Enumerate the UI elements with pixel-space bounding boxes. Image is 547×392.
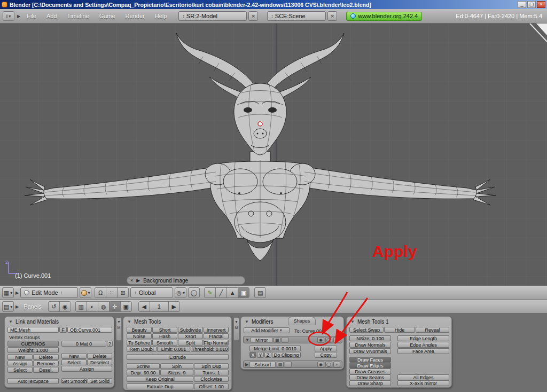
draw-faces-button[interactable]: Draw Faces — [349, 357, 391, 363]
maximize-button[interactable]: ▢ — [527, 1, 536, 8]
hide-button[interactable]: Hide — [384, 327, 415, 333]
set-solid-button[interactable]: Set Solid — [88, 378, 112, 384]
pivot-dropdown[interactable]: ◎▾ — [175, 287, 186, 298]
degrees-field[interactable]: Degr: 90.00 — [127, 370, 160, 375]
mat-delete-button[interactable]: Delete — [87, 353, 112, 359]
tab-shapes[interactable]: Shapes — [288, 317, 316, 325]
menu-render[interactable]: Render — [122, 13, 149, 19]
render-preview-icon[interactable]: ▤ — [254, 287, 266, 298]
proportional-edit-button[interactable]: ◯ — [188, 287, 200, 298]
mat-deselect-button[interactable]: Deselect — [87, 359, 112, 365]
frame-forward-icon[interactable]: ▶ — [168, 301, 180, 312]
beauty-button[interactable]: Beauty — [127, 327, 152, 333]
autotexspace-button[interactable]: AutoTexSpace — [7, 378, 59, 384]
mirror-modifier-strip[interactable]: ▼ Mirror ▦ ◉ ◯ × — [243, 336, 342, 343]
spin-dup-button[interactable]: Spin Dup — [194, 363, 229, 369]
subsurf-modifier-name[interactable]: Subsurf — [249, 362, 276, 367]
snap-grid-icon[interactable]: ∷ — [106, 287, 118, 298]
vgroup-remove-button[interactable]: Remove — [33, 360, 59, 366]
smooth-button[interactable]: Smooth — [152, 340, 177, 346]
panel-link-and-materials[interactable]: ▼ Link and Materials ME:Mesh F OB:Curve.… — [4, 316, 114, 388]
subsurf-modifier-strip[interactable]: ▶ Subsurf ▦ ◉ ◯ × — [243, 360, 342, 368]
flip-normal-button[interactable]: Flip Normal — [204, 340, 229, 346]
close-button[interactable]: × — [537, 1, 545, 8]
modifier-collapse-icon[interactable]: ▶ — [245, 362, 248, 367]
subdivide-button[interactable]: Subdivide — [178, 327, 203, 333]
x-axis-mirror-button[interactable]: X-axis mirror — [397, 380, 449, 386]
edge-select-icon[interactable]: ╱ — [215, 287, 227, 298]
mat-select-button[interactable]: Select — [61, 359, 87, 365]
limit-field[interactable]: Limit: 0.001 — [157, 346, 190, 352]
menu-game[interactable]: Game — [96, 13, 119, 19]
vgroup-assign-button[interactable]: Assign — [7, 360, 33, 366]
screen-selector[interactable]: ↕ SR:2-Model — [178, 11, 247, 21]
render-toggle-icon[interactable]: ▦ — [277, 362, 284, 367]
fractal-button[interactable]: Fractal — [204, 333, 229, 339]
menu-add[interactable]: Add — [43, 13, 61, 19]
scene-selector[interactable]: ↕ SCE:Scene — [267, 11, 326, 21]
hash-button[interactable]: Hash — [152, 333, 177, 339]
mirror-z-button[interactable]: Z — [264, 352, 271, 358]
add-modifier-button[interactable]: Add Modifier▾ — [244, 327, 290, 333]
mirror-modifier-name[interactable]: Mirror — [251, 337, 273, 343]
panel-mesh-tools[interactable]: ▼ Mesh Tools Beauty Short Subdivide Inne… — [123, 316, 232, 390]
world-context-icon[interactable]: ◍ — [98, 301, 110, 312]
screen-delete-button[interactable]: × — [248, 11, 258, 21]
vertex-group-name-field[interactable]: CUERNOS — [7, 341, 59, 347]
panel-modifiers[interactable]: ▼ Modifiers Shapes Add Modifier▾ To: Cur… — [240, 316, 344, 370]
frame-counter[interactable]: 1 — [150, 301, 169, 312]
draw-edges-button[interactable]: Draw Edges — [349, 363, 391, 369]
draw-normals-button[interactable]: Draw Normals — [349, 342, 391, 348]
logic-context-icon[interactable]: ◉ — [59, 301, 71, 312]
draw-vnormals-button[interactable]: Draw VNormals — [349, 348, 391, 354]
weight-field[interactable]: Weight: 1.000 — [7, 347, 59, 353]
edge-length-button[interactable]: Edge Length — [397, 335, 449, 341]
copy-modifier-button[interactable]: Copy — [315, 352, 337, 358]
draw-sharp-button[interactable]: Draw Sharp — [349, 380, 391, 386]
expand-play-icon[interactable]: ▶ — [136, 278, 140, 283]
render-toggle-icon[interactable]: ▦ — [274, 337, 280, 343]
manipulator-icon[interactable]: Ω — [95, 287, 106, 298]
editmode-toggle-icon[interactable]: ◉ — [317, 337, 324, 343]
menu-file[interactable]: File — [23, 13, 40, 19]
material-context-icon[interactable]: ◐ — [87, 301, 98, 312]
turns-field[interactable]: Turns: 1 — [194, 370, 229, 375]
short-button[interactable]: Short — [152, 327, 177, 333]
all-edges-button[interactable]: All Edges — [397, 374, 449, 380]
draw-creases-button[interactable]: Draw Creases — [349, 369, 391, 374]
face-select-icon[interactable]: ▲ — [226, 287, 238, 298]
apply-modifier-button[interactable]: Apply — [315, 346, 337, 351]
frame-back-icon[interactable]: ◀ — [138, 301, 150, 312]
steps-field[interactable]: Steps: 9 — [160, 370, 193, 375]
pencil-draw-icon[interactable]: ✎ — [204, 287, 216, 298]
background-image-panel[interactable]: × ▶ Background Image — [127, 276, 245, 285]
panels-menu[interactable]: Panels — [20, 303, 45, 310]
split-button[interactable]: Split — [178, 340, 203, 346]
viewport-canvas[interactable] — [0, 23, 547, 286]
nsize-field[interactable]: NSize: 0.100 — [349, 335, 391, 341]
offset-field[interactable]: Offset: 1.00 — [194, 383, 229, 389]
fake-user-button[interactable]: F — [59, 327, 67, 333]
collapse-arrow-icon[interactable]: ▶ — [17, 14, 20, 19]
edge-angles-button[interactable]: Edge Angles — [397, 342, 449, 348]
modifier-collapse-icon[interactable]: ▼ — [245, 338, 249, 342]
xsort-button[interactable]: Xsort — [178, 333, 203, 339]
header-collapse-icon[interactable]: ▶ — [15, 304, 19, 309]
panel-mesh-tools-1[interactable]: ▼ Mesh Tools 1 Select Swap Hide Reveal N… — [346, 316, 452, 388]
vgroup-select-button[interactable]: Select — [7, 367, 33, 373]
mesh-datablock-field[interactable]: ME:Mesh — [7, 327, 59, 333]
threshold-field[interactable]: Threshold: 0.010 — [191, 346, 229, 352]
3d-viewport[interactable]: 2 (1) Curve.001 × ▶ Background Image — [0, 23, 547, 286]
collapsed-panel-tab[interactable]: ▾M — [116, 317, 122, 341]
back-icon[interactable]: ↺ — [48, 301, 60, 312]
orientation-dropdown[interactable]: ↕ Global — [130, 287, 173, 298]
select-swap-button[interactable]: Select Swap — [349, 327, 384, 333]
extrude-dup-button[interactable]: Extrude Dup — [127, 383, 193, 389]
scene-delete-button[interactable]: × — [327, 11, 337, 21]
clockwise-button[interactable]: Clockwise — [194, 376, 229, 382]
editmode-toggle-icon[interactable]: ◉ — [317, 362, 324, 367]
window-titlebar[interactable]: Blender [C:\Documents and Settings\Compa… — [0, 0, 547, 9]
vgroup-deselect-button[interactable]: Desel. — [33, 367, 59, 373]
mat-assign-button[interactable]: Assign — [61, 366, 112, 372]
mirror-x-button[interactable]: X — [249, 352, 256, 358]
